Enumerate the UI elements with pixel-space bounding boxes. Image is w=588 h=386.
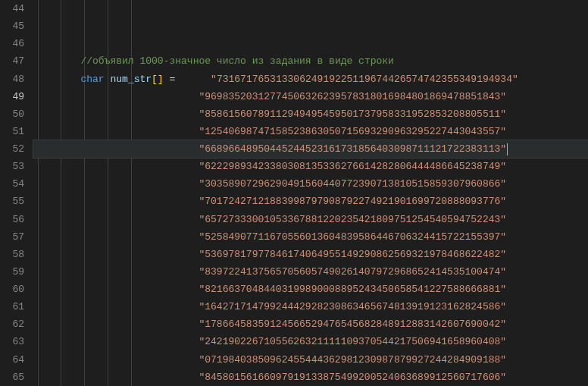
line-number: 65 [0,369,24,386]
code-line[interactable]: "071984038509624554443629812309878799272… [33,351,588,369]
code-line[interactable]: "858615607891129494954595017379583319528… [33,105,588,123]
line-number: 59 [0,263,24,281]
line-number: 44 [0,0,24,17]
code-area[interactable]: ⌄ //объявил 1000-значное число из задани… [29,0,588,386]
string-literal: "071984038509624554443629812309878799272… [199,354,506,366]
string-literal: "242190226710556263211111093705442175069… [199,336,506,347]
code-line[interactable]: char num_str[] = "7316717653133062491922… [33,71,588,88]
line-number: 52 [0,140,24,158]
line-number: 57 [0,228,24,246]
code-line[interactable]: "125406987471585238630507156932909632952… [33,123,588,140]
line-number: 60 [0,281,24,298]
operator-eq: = [169,74,175,85]
string-literal: "668966489504452445231617318564030987111… [199,143,506,155]
code-line[interactable]: "839722413756570560574902614079729686524… [33,263,588,281]
line-number: 45 [0,17,24,35]
string-literal: "657273330010533678812202354218097512545… [199,214,506,225]
code-line[interactable]: "657273330010533678812202354218097512545… [33,211,588,228]
line-number: 55 [0,193,24,210]
code-line[interactable]: "242190226710556263211111093705442175069… [33,333,588,350]
code-line[interactable]: "821663704844031998900088952434506585412… [33,281,588,298]
identifier-num_str: num_str [110,74,152,85]
string-literal: "622298934233803081353362766142828064444… [199,161,506,172]
string-literal: "701724271218839987979087922749219016997… [199,196,506,207]
line-number: 49 [0,88,24,105]
code-line[interactable]: "845801561660979191338754992005240636899… [33,369,588,386]
comment: //объявил 1000-значное число из задания … [80,55,393,67]
code-line[interactable]: "969835203127745063262395783180169848018… [33,88,588,105]
code-line[interactable]: "164271714799244429282308634656748139191… [33,298,588,315]
line-number: 50 [0,105,24,123]
code-editor[interactable]: 4445464748495051525354555657585960616263… [0,0,588,386]
string-literal: "821663704844031998900088952434506585412… [199,284,506,295]
code-line[interactable]: "536978179778461740649551492908625693219… [33,246,588,263]
line-number: 48 [0,71,24,88]
code-line[interactable]: "668966489504452445231617318564030987111… [33,140,588,158]
code-line[interactable]: "622298934233803081353362766142828064444… [33,158,588,175]
string-literal: "845801561660979191338754992005240636899… [199,372,506,383]
line-number: 46 [0,35,24,52]
code-line[interactable]: "525849077116705560136048395864467063244… [33,228,588,246]
line-number: 61 [0,298,24,315]
string-literal: "125406987471585238630507156932909632952… [199,126,506,137]
code-line[interactable]: //объявил 1000-значное число из задания … [33,52,588,70]
string-literal: "731671765313306249192251196744265747423… [211,74,518,85]
keyword-char: char [80,74,104,85]
code-line[interactable]: "303589072962904915604407723907138105158… [33,175,588,193]
string-literal: "969835203127745063262395783180169848018… [199,91,506,102]
string-literal: "164271714799244429282308634656748139191… [199,301,506,312]
line-number: 62 [0,315,24,333]
string-literal: "178664583591245665294765456828489128831… [199,319,506,330]
line-number: 53 [0,158,24,175]
line-number: 47 [0,52,24,70]
text-cursor [507,143,508,155]
line-number: 64 [0,351,24,369]
string-literal: "839722413756570560574902614079729686524… [199,266,506,278]
line-number: 63 [0,333,24,350]
line-number: 54 [0,175,24,193]
line-number: 56 [0,211,24,228]
bracket: [] [152,74,164,85]
line-number-gutter: 4445464748495051525354555657585960616263… [0,0,29,386]
string-literal: "303589072962904915604407723907138105158… [199,178,506,190]
string-literal: "858615607891129494954595017379583319528… [199,108,506,120]
code-line[interactable]: "701724271218839987979087922749219016997… [33,193,588,210]
string-literal: "525849077116705560136048395864467063244… [199,231,506,243]
line-number: 58 [0,246,24,263]
line-number: 51 [0,123,24,140]
string-literal: "536978179778461740649551492908625693219… [199,249,506,260]
code-line[interactable]: "178664583591245665294765456828489128831… [33,315,588,333]
fold-marker-icon[interactable]: ⌄ [17,0,23,1]
